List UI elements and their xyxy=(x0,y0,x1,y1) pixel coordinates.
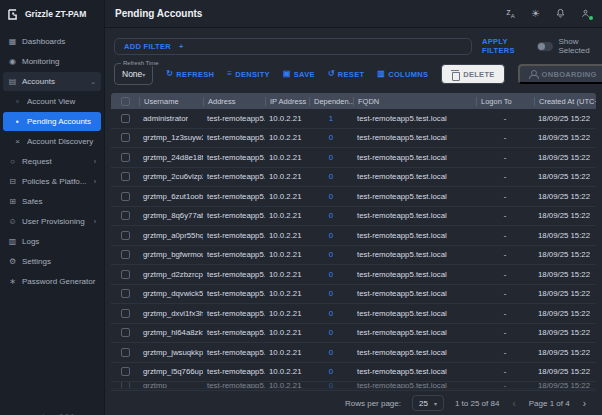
dependents-link[interactable]: 0 xyxy=(309,192,353,201)
reset-button[interactable]: ↺RESET xyxy=(328,70,365,79)
row-checkbox[interactable] xyxy=(121,289,130,298)
row-checkbox[interactable] xyxy=(121,133,130,142)
cell-address: test-remoteapp5.t xyxy=(203,367,265,376)
dependents-link[interactable]: 0 xyxy=(309,289,353,298)
row-checkbox[interactable] xyxy=(121,211,130,220)
table-row: grztmp_test-remoteapp5.t10.0.2.210test-r… xyxy=(111,382,596,389)
dependents-link[interactable]: 0 xyxy=(309,133,353,142)
row-checkbox[interactable] xyxy=(121,367,130,376)
dependents-link[interactable]: 0 xyxy=(309,382,353,389)
onboarding-label: ONBOARDING xyxy=(542,70,597,79)
dependents-link[interactable]: 0 xyxy=(309,250,353,259)
cell-address: test-remoteapp5.t xyxy=(203,231,265,240)
dependents-link[interactable]: 0 xyxy=(309,270,353,279)
row-checkbox[interactable] xyxy=(121,382,130,389)
column-header-dependents[interactable]: Dependen... xyxy=(309,97,353,106)
apply-filters-button[interactable]: APPLY FILTERS xyxy=(482,37,527,55)
table-row: grztmp_24d8e18fjtest-remoteapp5.t10.0.2.… xyxy=(111,148,596,168)
dependents-link[interactable]: 0 xyxy=(309,231,353,240)
caret-down-icon: ▾ xyxy=(142,71,145,78)
toolbar-actions: ↻REFRESH≡DENSITY▣SAVE↺RESET▥COLUMNS xyxy=(166,70,428,79)
dependents-link[interactable]: 0 xyxy=(309,367,353,376)
dependents-link[interactable]: 0 xyxy=(309,153,353,162)
cell-address: test-remoteapp5.t xyxy=(203,309,265,318)
save-button[interactable]: ▣SAVE xyxy=(283,70,315,79)
refresh-button[interactable]: ↻REFRESH xyxy=(166,70,214,79)
chevron-right-icon: › xyxy=(94,218,96,225)
sidebar-item-dashboards[interactable]: ▦Dashboards xyxy=(3,32,101,51)
translate-icon[interactable]: zA xyxy=(504,7,517,20)
sidebar-item-policies-platforms[interactable]: ⊟Policies & Platfo...› xyxy=(3,172,101,191)
dependents-link[interactable]: 0 xyxy=(309,328,353,337)
cell-username: grztmp_6zut1oobu xyxy=(139,192,203,201)
cell-created-at: 18/09/25 15:22 xyxy=(534,153,596,162)
cell-logon-to: - xyxy=(476,211,534,220)
row-checkbox[interactable] xyxy=(121,172,130,181)
save-label: SAVE xyxy=(294,70,315,79)
pending-accounts-icon: ▪ xyxy=(13,117,22,126)
table-body: administratortest-remoteapp5.t10.0.2.211… xyxy=(111,109,596,390)
refresh-time-select[interactable]: Refresh Time None ▾ xyxy=(114,63,153,85)
columns-icon: ▥ xyxy=(377,70,385,78)
sidebar-item-monitoring[interactable]: ◉Monitoring xyxy=(3,52,101,71)
row-checkbox[interactable] xyxy=(121,309,130,318)
sidebar-item-logs[interactable]: ▥Logs xyxy=(3,232,101,251)
column-header-fqdn[interactable]: FQDN xyxy=(353,97,476,106)
row-checkbox[interactable] xyxy=(121,153,130,162)
column-header-ip[interactable]: IP Address xyxy=(265,97,309,106)
row-checkbox[interactable] xyxy=(121,250,130,259)
dependents-link[interactable]: 0 xyxy=(309,211,353,220)
cell-fqdn: test-remoteapp5.test.local xyxy=(353,153,476,162)
cell-fqdn: test-remoteapp5.test.local xyxy=(353,289,476,298)
dependents-link[interactable]: 0 xyxy=(309,172,353,181)
select-all-checkbox[interactable] xyxy=(121,97,130,106)
columns-button[interactable]: ▥COLUMNS xyxy=(377,70,428,79)
dependents-link[interactable]: 0 xyxy=(309,348,353,357)
user-account-icon[interactable] xyxy=(579,7,592,20)
sidebar-item-label: Account View xyxy=(27,97,75,106)
add-filter-button[interactable]: ADD FILTER + xyxy=(114,38,472,55)
row-checkbox-cell xyxy=(111,153,139,162)
prev-page-button[interactable]: ‹ xyxy=(510,398,517,409)
row-checkbox-cell xyxy=(111,192,139,201)
row-checkbox[interactable] xyxy=(121,231,130,240)
sidebar-item-account-view[interactable]: ▫Account View xyxy=(3,92,101,111)
sidebar-item-request[interactable]: ○Request› xyxy=(3,152,101,171)
onboarding-button[interactable]: ONBOARDING xyxy=(518,64,602,84)
cell-username: grztmp_2cu6vlzp2 xyxy=(139,172,203,181)
sidebar-item-account-discovery[interactable]: ×Account Discovery xyxy=(3,132,101,151)
sidebar-item-password-generator[interactable]: ∗Password Generator xyxy=(3,272,101,291)
density-button[interactable]: ≡DENSITY xyxy=(227,70,270,79)
column-header-address[interactable]: Address xyxy=(203,97,265,106)
row-checkbox[interactable] xyxy=(121,328,130,337)
table-row: grztmp_jwsuqkkpxtest-remoteapp5.t10.0.2.… xyxy=(111,343,596,363)
sidebar-item-accounts[interactable]: ▤Accounts⌄ xyxy=(3,72,101,91)
cell-username: grztmp_24d8e18fj xyxy=(139,153,203,162)
next-page-button[interactable]: › xyxy=(581,398,588,409)
sidebar-item-settings[interactable]: ⚙Settings xyxy=(3,252,101,271)
row-checkbox[interactable] xyxy=(121,114,130,123)
online-status-dot xyxy=(589,16,593,20)
dependents-link[interactable]: 0 xyxy=(309,309,353,318)
cell-created-at: 18/09/25 15:22 xyxy=(534,192,596,201)
column-header-username[interactable]: Username xyxy=(139,97,203,106)
dependents-link[interactable]: 1 xyxy=(309,114,353,123)
row-checkbox[interactable] xyxy=(121,192,130,201)
show-selected-toggle[interactable]: Show Selected xyxy=(537,37,593,55)
column-header-created_at[interactable]: Created At (UTC+... xyxy=(534,97,596,106)
density-icon: ≡ xyxy=(227,70,232,78)
sidebar-item-pending-accounts[interactable]: ▪Pending Accounts xyxy=(3,112,101,131)
row-checkbox[interactable] xyxy=(121,348,130,357)
cell-fqdn: test-remoteapp5.test.local xyxy=(353,211,476,220)
row-checkbox-cell xyxy=(111,231,139,240)
row-checkbox-cell xyxy=(111,289,139,298)
column-header-logon_to[interactable]: Logon To xyxy=(476,97,534,106)
row-checkbox-cell xyxy=(111,114,139,123)
sidebar-item-user-provisioning[interactable]: ☺User Provisioning› xyxy=(3,212,101,231)
theme-icon[interactable]: ☀ xyxy=(529,7,542,20)
sidebar-item-safes[interactable]: ⊞Safes xyxy=(3,192,101,211)
notifications-bell-icon[interactable] xyxy=(554,7,567,20)
delete-button[interactable]: DELETE xyxy=(441,64,504,84)
row-checkbox[interactable] xyxy=(121,270,130,279)
rows-per-page-select[interactable]: 25 ▾ xyxy=(412,395,444,411)
